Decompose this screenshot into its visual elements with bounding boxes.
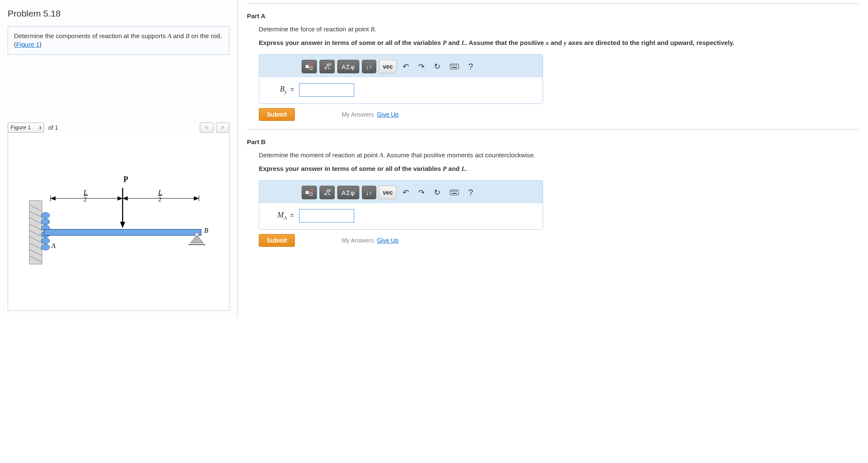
svg-rect-37 xyxy=(306,65,308,68)
figure-selector[interactable]: Figure 1 ▴▾ xyxy=(8,123,44,133)
templates-button[interactable] xyxy=(302,60,317,73)
var-b: B xyxy=(185,33,189,39)
svg-rect-50 xyxy=(310,193,312,195)
svg-text:□: □ xyxy=(323,63,325,67)
part-a-submit-button[interactable]: Submit xyxy=(259,108,295,121)
sqrt-button[interactable]: □ xyxy=(319,186,335,199)
svg-rect-46 xyxy=(456,65,457,66)
svg-rect-44 xyxy=(453,65,454,66)
svg-text:2: 2 xyxy=(84,196,87,203)
svg-rect-39 xyxy=(310,67,312,70)
problem-statement: Determine the components of reaction at … xyxy=(8,26,230,55)
svg-rect-58 xyxy=(452,193,457,194)
part-b-actions: Submit My Answers Give Up xyxy=(259,234,859,247)
svg-rect-55 xyxy=(453,191,454,192)
svg-point-14 xyxy=(41,238,50,244)
svg-rect-48 xyxy=(306,191,308,194)
svg-rect-52 xyxy=(328,191,331,195)
figure-svg: P L 2 L 2 A B xyxy=(21,175,224,285)
part-a-actions: Submit My Answers Give Up xyxy=(259,108,859,121)
svg-rect-56 xyxy=(454,191,455,192)
svg-text:L: L xyxy=(158,188,162,196)
greek-button[interactable]: ΑΣφ xyxy=(337,186,359,199)
keyboard-button[interactable] xyxy=(446,60,462,73)
part-b-answer-input[interactable] xyxy=(299,209,354,223)
figure-link[interactable]: Figure 1 xyxy=(16,41,39,48)
text: ) xyxy=(39,41,42,48)
svg-text:2: 2 xyxy=(158,196,162,203)
svg-rect-38 xyxy=(310,64,312,66)
reset-button[interactable]: ↻ xyxy=(431,186,444,199)
templates-button[interactable] xyxy=(302,186,317,199)
svg-rect-57 xyxy=(456,191,457,192)
updown-button[interactable]: ↓↑ xyxy=(362,186,376,199)
figure-prev-button[interactable]: < xyxy=(200,123,213,133)
part-a-heading: Part A xyxy=(247,12,859,20)
undo-button[interactable]: ↶ xyxy=(399,186,412,199)
svg-text:□: □ xyxy=(323,189,325,192)
vec-button[interactable]: vec xyxy=(379,60,397,73)
svg-rect-54 xyxy=(451,191,452,192)
help-button[interactable]: ? xyxy=(465,186,476,199)
sqrt-button[interactable]: □ xyxy=(319,60,335,73)
redo-button[interactable]: ↷ xyxy=(415,60,428,73)
help-button[interactable]: ? xyxy=(465,60,476,73)
vec-button[interactable]: vec xyxy=(379,186,397,199)
svg-marker-21 xyxy=(120,222,125,228)
svg-rect-42 xyxy=(450,64,459,69)
left-pane: Problem 5.18 Determine the components of… xyxy=(0,0,238,318)
undo-button[interactable]: ↶ xyxy=(399,60,412,73)
keyboard-button[interactable] xyxy=(446,186,462,199)
greek-button[interactable]: ΑΣφ xyxy=(337,60,359,73)
part-b-heading: Part B xyxy=(247,138,859,145)
reset-button[interactable]: ↻ xyxy=(431,60,444,73)
svg-text:B: B xyxy=(204,227,208,234)
part-a-instructions: Express your answer in terms of some or … xyxy=(259,38,859,47)
figure-selector-label: Figure 1 xyxy=(11,124,31,131)
text: and xyxy=(171,32,185,39)
svg-rect-49 xyxy=(310,190,312,192)
svg-marker-29 xyxy=(194,196,199,201)
svg-text:P: P xyxy=(123,175,128,184)
figure-canvas: P L 2 L 2 A B xyxy=(8,133,230,311)
svg-marker-26 xyxy=(50,196,56,201)
svg-marker-27 xyxy=(118,196,123,201)
part-b-toolbar: □ ΑΣφ ↓↑ vec ↶ ↷ ↻ ? xyxy=(259,181,543,203)
right-pane: Part A Determine the force of reaction a… xyxy=(238,0,868,318)
svg-rect-16 xyxy=(44,229,201,235)
my-answers-label: My Answers xyxy=(342,237,373,244)
text: Determine the components of reaction at … xyxy=(14,32,168,39)
figure-count: of 1 xyxy=(48,124,58,131)
svg-rect-45 xyxy=(454,65,455,66)
svg-rect-41 xyxy=(328,65,331,69)
part-a-body: Determine the force of reaction at point… xyxy=(247,25,859,121)
part-b-answer-row: MA = xyxy=(259,203,543,229)
give-up-link[interactable]: Give Up xyxy=(377,111,399,118)
svg-point-18 xyxy=(195,232,199,237)
problem-title: Problem 5.18 xyxy=(8,8,230,19)
part-a-answer-input[interactable] xyxy=(299,83,354,97)
svg-rect-47 xyxy=(452,67,457,68)
figure-next-button[interactable]: > xyxy=(216,123,230,133)
part-b-body: Determine the moment of reaction at poin… xyxy=(247,151,859,247)
svg-point-15 xyxy=(41,244,50,250)
svg-text:L: L xyxy=(83,188,87,196)
part-b-submit-button[interactable]: Submit xyxy=(259,234,295,247)
var-a: A xyxy=(168,33,171,39)
svg-rect-43 xyxy=(451,65,452,66)
updown-button[interactable]: ↓↑ xyxy=(362,60,376,73)
part-b-answer-label: MA = xyxy=(264,211,294,221)
part-a-answer-row: By = xyxy=(259,77,543,103)
redo-button[interactable]: ↷ xyxy=(415,186,428,199)
part-b-links: My Answers Give Up xyxy=(342,237,398,244)
part-a-links: My Answers Give Up xyxy=(342,111,398,118)
svg-point-10 xyxy=(41,212,50,218)
figure-nav-bar: Figure 1 ▴▾ of 1 < > xyxy=(8,123,230,133)
part-a-answer-label: By = xyxy=(264,85,294,95)
svg-point-11 xyxy=(41,219,50,225)
part-b-instructions: Express your answer in terms of some or … xyxy=(259,164,859,173)
give-up-link[interactable]: Give Up xyxy=(377,237,399,244)
part-b-prompt: Determine the moment of reaction at poin… xyxy=(259,151,859,160)
svg-text:A: A xyxy=(51,242,56,249)
part-a-toolbar: □ ΑΣφ ↓↑ vec ↶ ↷ ↻ ? xyxy=(259,55,543,77)
